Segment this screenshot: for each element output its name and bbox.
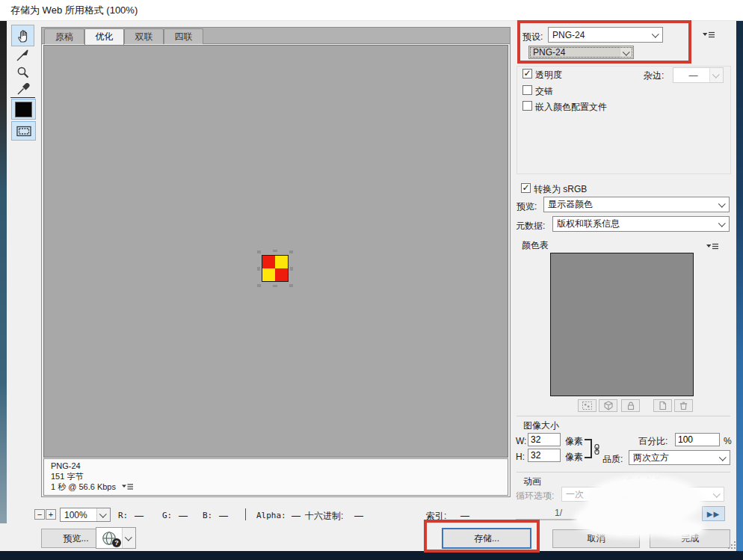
quality-select[interactable]: 两次立方 <box>629 450 730 465</box>
loop-options-chevron <box>711 487 724 501</box>
frame-counter: 1/ <box>555 508 562 518</box>
resize-grip[interactable] <box>727 540 737 550</box>
web-shift-button <box>599 399 617 412</box>
metadata-label: 元数据: <box>516 221 545 231</box>
zoom-level-select[interactable]: 100% <box>60 508 111 522</box>
swatch-color <box>15 102 32 117</box>
selection-handle[interactable] <box>257 267 260 271</box>
tab-optimized[interactable]: 优化 <box>84 28 124 45</box>
view-tab-bar: 原稿 优化 双联 四联 <box>42 28 510 44</box>
hand-icon <box>15 28 31 44</box>
embed-profile-label: 嵌入颜色配置文件 <box>535 102 607 112</box>
slice-select-icon <box>15 48 31 63</box>
slice-select-tool-button[interactable] <box>13 47 33 64</box>
metadata-select[interactable]: 版权和联系信息 <box>552 216 730 232</box>
hex-value: — <box>354 511 363 521</box>
g-label: G: <box>162 511 172 521</box>
tab-original[interactable]: 原稿 <box>44 28 84 44</box>
transparency-checkbox[interactable] <box>522 69 532 79</box>
done-button[interactable]: 完成 <box>650 529 730 548</box>
matte-value: — <box>677 70 709 81</box>
save-button[interactable]: 存储... <box>442 528 531 549</box>
new-page-icon <box>658 401 668 410</box>
width-label: W: <box>516 436 526 446</box>
link-bracket <box>585 439 592 458</box>
toggle-slices-visibility-button[interactable] <box>11 121 36 141</box>
next-frame-button[interactable]: ▶▶ <box>702 506 725 521</box>
transparency-map-icon <box>582 401 593 410</box>
height-label: H: <box>516 452 525 462</box>
hand-tool-button[interactable] <box>11 25 34 46</box>
selection-handle[interactable] <box>289 284 293 287</box>
slice-visibility-icon <box>16 125 32 138</box>
selection-handle[interactable] <box>290 267 293 271</box>
chevron-down-icon <box>712 71 720 79</box>
zoom-in-button[interactable]: + <box>46 509 56 520</box>
selection-handle[interactable] <box>257 250 261 253</box>
selection-handle[interactable] <box>273 250 277 252</box>
selection-handle[interactable] <box>289 250 293 253</box>
preview-mode-chevron[interactable] <box>716 197 729 212</box>
color-table-area[interactable] <box>550 253 694 396</box>
browser-select-chevron[interactable] <box>122 528 135 548</box>
eyedropper-color-swatch[interactable] <box>11 99 36 120</box>
chain-link-icon[interactable] <box>593 443 601 455</box>
zoom-level-chevron[interactable] <box>96 508 110 521</box>
index-label: 索引: <box>426 511 446 521</box>
preview-mode-label: 预览: <box>517 201 537 212</box>
window-title: 存储为 Web 所用格式 (100%) <box>10 5 138 16</box>
selection-handle[interactable] <box>257 284 261 287</box>
embed-profile-checkbox[interactable] <box>522 101 532 111</box>
checker-cell-yellow-bl <box>262 268 275 281</box>
loop-options-select: 一次 <box>561 487 724 502</box>
selection-handle[interactable] <box>273 285 277 287</box>
lock-color-button <box>621 399 640 412</box>
statusbar-divider <box>245 508 246 520</box>
tab-4up[interactable]: 四联 <box>164 28 203 44</box>
quality-chevron[interactable] <box>717 451 730 464</box>
cancel-button[interactable]: 取消 <box>552 529 640 548</box>
format-chevron[interactable] <box>620 46 633 58</box>
browser-select[interactable]: ? <box>96 527 136 549</box>
chevron-down-icon <box>623 48 630 55</box>
matte-chevron <box>709 68 723 82</box>
tab-2up[interactable]: 双联 <box>124 28 164 44</box>
r-label: R: <box>118 511 128 521</box>
toolbar-divider <box>10 97 35 98</box>
info-menu-icon[interactable] <box>122 483 133 490</box>
desktop-strip-left <box>0 21 7 523</box>
frame-counter-underline <box>516 519 655 520</box>
preset-select[interactable]: PNG-24 <box>548 27 663 43</box>
width-field[interactable] <box>528 433 561 446</box>
eyedropper-icon <box>16 81 31 96</box>
interlaced-checkbox[interactable] <box>522 85 532 95</box>
convert-srgb-label: 转换为 sRGB <box>534 184 587 194</box>
panel-menu-icon[interactable] <box>702 31 715 39</box>
preview-mode-select[interactable]: 显示器颜色 <box>543 197 730 212</box>
zoom-out-button[interactable]: − <box>34 509 45 520</box>
chevron-down-icon <box>125 534 132 541</box>
map-transparency-button <box>578 399 596 412</box>
format-select[interactable]: PNG-24 <box>528 46 634 59</box>
preset-chevron[interactable] <box>650 28 662 42</box>
optimized-canvas[interactable] <box>43 45 508 458</box>
checker-cell-red-br <box>275 268 288 281</box>
metadata-chevron[interactable] <box>716 217 729 231</box>
preview-panel: 原稿 优化 双联 四联 PNG-24 151 字节 1 秒 @ 56.6 Kbp… <box>41 27 511 497</box>
chevron-down-icon <box>713 490 721 497</box>
chevron-down-icon <box>718 200 726 208</box>
artwork-image[interactable] <box>262 255 289 282</box>
loop-options-value: 一次 <box>566 488 711 501</box>
chevron-down-icon <box>652 31 659 38</box>
eyedropper-tool-button[interactable] <box>13 81 33 97</box>
section-divider <box>517 416 730 416</box>
height-field[interactable] <box>528 449 561 462</box>
percent-field[interactable] <box>675 433 720 446</box>
zoom-level-value: 100% <box>64 510 96 520</box>
interlaced-label: 交错 <box>535 86 553 96</box>
color-table-menu-icon[interactable] <box>706 242 719 250</box>
convert-srgb-checkbox[interactable] <box>521 183 531 193</box>
percent-label: 百分比: <box>638 436 668 446</box>
zoom-tool-button[interactable] <box>13 64 33 81</box>
hex-label: 十六进制: <box>305 511 343 521</box>
